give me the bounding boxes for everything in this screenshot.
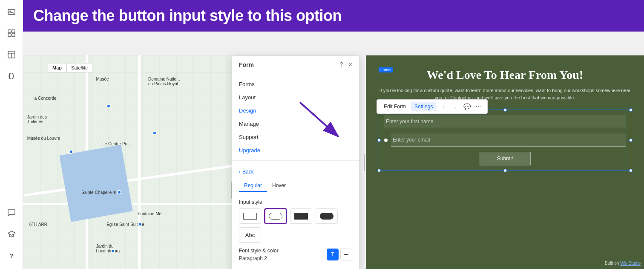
back-chevron: ‹ [239, 169, 241, 175]
toolbar-up-btn[interactable]: ↑ [438, 101, 448, 112]
map-pin-3 [69, 150, 73, 154]
toolbar-comment-btn[interactable]: 💬 [462, 101, 472, 112]
nav-upgrade[interactable]: Upgrade [232, 144, 359, 157]
annotation-banner: Change the button input style to this op… [23, 0, 644, 32]
form-panel-nav: Forms Layout Design Manage Support Upgra… [232, 74, 359, 161]
sidebar-icon-apps[interactable] [5, 26, 18, 40]
email-dot [384, 139, 388, 142]
input-style-label: Input style [239, 199, 352, 205]
form-panel: Form ? × Forms Layout Design Manage Supp… [232, 55, 359, 269]
svg-rect-2 [8, 30, 11, 33]
nav-layout[interactable]: Layout [232, 91, 359, 104]
settings-btn[interactable]: Settings [411, 102, 436, 111]
label-chapelle: Sainte-Chapelle ✟ [81, 190, 116, 195]
map-pin-4 [117, 190, 121, 194]
sidebar-icon-comment[interactable] [5, 206, 18, 220]
forms-tag: Forms [379, 67, 393, 72]
edit-form-toolbar: Edit Form Settings ↑ ↓ 💬 ··· [377, 99, 488, 114]
nav-design[interactable]: Design [232, 104, 359, 117]
form-panel-close[interactable]: × [348, 61, 352, 69]
form-preview-title: We'd Love To Hear From You! [379, 68, 631, 82]
font-btn-extra[interactable] [340, 249, 352, 260]
form-preview-background: Forms We'd Love To Hear From You! If you… [366, 55, 644, 269]
svg-rect-3 [12, 30, 15, 33]
font-style-row: Font style & color Paragraph 2 T [239, 248, 352, 261]
input-style-rect[interactable] [239, 208, 261, 224]
input-style-filled-round[interactable] [316, 208, 338, 224]
first-name-input[interactable]: Enter your first name [384, 115, 626, 128]
svg-rect-9 [344, 254, 348, 255]
main-area: Change the button input style to this op… [23, 0, 644, 269]
label-6th: 6TH ARR. [29, 222, 49, 227]
map-section: Map Satellite la Concorde Jardin desTuil… [23, 55, 232, 269]
map-pin-2 [152, 131, 157, 135]
tab-hover[interactable]: Hover [267, 180, 291, 192]
label-fontaine: Fontaine Mé... [138, 211, 165, 216]
font-btn-t[interactable]: T [327, 249, 339, 260]
sidebar-icon-table[interactable] [5, 48, 18, 61]
wix-studio-tag: Built on Wix Studio [605, 261, 641, 266]
map-pin-1 [106, 104, 111, 108]
form-panel-body: ‹ Back Regular Hover Input style [232, 161, 359, 269]
input-style-abc[interactable]: Abc [239, 227, 261, 243]
map-background: Map Satellite la Concorde Jardin desTuil… [23, 55, 232, 269]
tab-regular[interactable]: Regular [239, 180, 267, 192]
form-panel-title: Form [239, 61, 254, 68]
form-preview-content: Forms We'd Love To Hear From You! If you… [366, 55, 644, 179]
tab-bar: Regular Hover [239, 180, 352, 192]
back-label: Back [242, 169, 254, 175]
sidebar-icon-code[interactable]: {} [5, 69, 18, 83]
submit-button[interactable]: Submit [480, 152, 531, 165]
label-jardin: Jardin duLuxembourg [96, 244, 120, 253]
form-panel-header-actions: ? × [340, 61, 352, 69]
toolbar-more-btn[interactable]: ··· [474, 101, 484, 112]
font-style-value: Paragraph 2 [239, 255, 279, 261]
map-tab-map[interactable]: Map [48, 63, 66, 72]
input-style-rounded[interactable] [264, 208, 287, 224]
annotation-text: Change the button input style to this op… [33, 7, 342, 25]
drag-handle-right[interactable] [363, 55, 366, 269]
sidebar: {} ? [0, 0, 23, 269]
svg-rect-4 [8, 34, 11, 37]
wix-studio-link[interactable]: Wix Studio [620, 261, 641, 266]
label-tuileries: Jardin desTuileries [27, 115, 47, 124]
nav-manage[interactable]: Manage [232, 117, 359, 130]
label-musee: Musée [96, 77, 109, 81]
form-panel-header: Form ? × [232, 56, 359, 74]
font-style-controls: T [327, 249, 352, 260]
back-button[interactable]: ‹ Back [239, 169, 254, 175]
map-tab-satellite[interactable]: Satellite [66, 63, 92, 72]
label-louvre: Musée du Louvre [27, 136, 60, 141]
input-style-filled-rect[interactable] [290, 208, 312, 224]
sidebar-icon-academy[interactable] [5, 227, 18, 241]
right-section: Forms We'd Love To Hear From You! If you… [366, 55, 644, 269]
edit-form-btn[interactable]: Edit Form [380, 102, 409, 111]
font-style-label: Font style & color Paragraph 2 [239, 248, 279, 261]
svg-rect-5 [12, 34, 15, 37]
nav-forms[interactable]: Forms [232, 78, 359, 91]
sidebar-icon-help[interactable]: ? [5, 249, 18, 262]
email-input[interactable]: Enter your email [391, 133, 626, 147]
form-panel-question[interactable]: ? [340, 61, 343, 69]
label-concorde: la Concorde [34, 96, 57, 101]
email-row: Enter your email [384, 133, 626, 147]
nav-support[interactable]: Support [232, 130, 359, 144]
label-centre: Le Centre Po... [102, 142, 131, 146]
label-domaine: Domaine Natio...du Palais-Royal [148, 77, 180, 86]
input-style-grid: Abc [239, 208, 352, 243]
sidebar-icon-image[interactable] [5, 5, 18, 19]
map-pin-5 [138, 222, 142, 226]
toolbar-down-btn[interactable]: ↓ [450, 101, 460, 112]
